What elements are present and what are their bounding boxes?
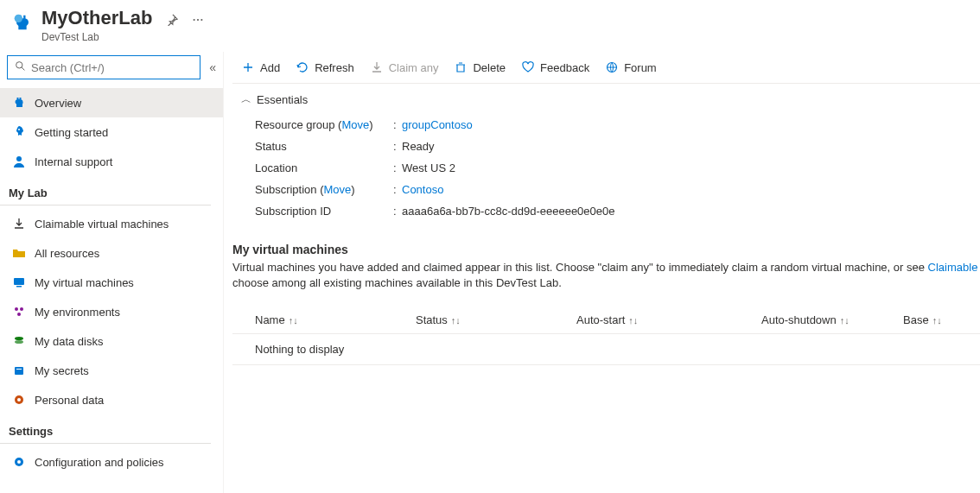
search-input[interactable] bbox=[31, 61, 193, 74]
move-link[interactable]: Move bbox=[341, 118, 369, 131]
svg-point-6 bbox=[18, 129, 20, 130]
svg-point-7 bbox=[16, 156, 22, 161]
search-box[interactable] bbox=[7, 55, 200, 79]
sort-icon: ↑↓ bbox=[451, 315, 461, 326]
folder-icon bbox=[12, 246, 26, 260]
move-link[interactable]: Move bbox=[324, 183, 352, 196]
column-status[interactable]: Status↑↓ bbox=[416, 313, 576, 326]
plus-icon bbox=[241, 60, 255, 74]
claimable-link[interactable]: Claimable bbox=[928, 261, 978, 274]
svg-point-12 bbox=[17, 313, 21, 316]
sidebar-section-mylab: My Lab bbox=[0, 176, 211, 205]
sidebar-item-internal-support[interactable]: Internal support bbox=[0, 147, 223, 176]
essentials-label: Essentials bbox=[257, 93, 308, 106]
svg-point-1 bbox=[193, 19, 194, 21]
column-autoshutdown[interactable]: Auto-shutdown↑↓ bbox=[761, 313, 903, 326]
toolbar-label: Refresh bbox=[315, 61, 354, 74]
sidebar-item-label: Configuration and policies bbox=[35, 456, 164, 469]
ess-subid-key: Subscription ID bbox=[255, 205, 393, 218]
ess-subscription-value[interactable]: Contoso bbox=[402, 183, 443, 196]
toolbar-label: Forum bbox=[624, 61, 657, 74]
sidebar-item-my-data-disks[interactable]: My data disks bbox=[0, 326, 223, 356]
ess-status-key: Status bbox=[255, 140, 393, 153]
sidebar-section-settings: Settings bbox=[0, 414, 211, 444]
sort-icon: ↑↓ bbox=[628, 315, 638, 326]
svg-point-4 bbox=[16, 62, 22, 68]
svg-point-13 bbox=[15, 337, 23, 340]
disks-icon bbox=[12, 334, 26, 348]
rocket-icon bbox=[12, 125, 26, 139]
chevron-up-icon: ︿ bbox=[241, 92, 251, 107]
sidebar-item-my-environments[interactable]: My environments bbox=[0, 297, 223, 326]
main-content: Add Refresh Claim any Delete Feedback Fo… bbox=[223, 52, 980, 493]
svg-point-3 bbox=[200, 19, 202, 21]
toolbar-label: Claim any bbox=[389, 61, 439, 74]
column-base[interactable]: Base↑↓ bbox=[903, 313, 980, 326]
secrets-icon bbox=[12, 363, 26, 377]
my-vms-section: My virtual machines Virtual machines you… bbox=[232, 234, 980, 365]
vm-icon bbox=[12, 275, 26, 289]
refresh-button[interactable]: Refresh bbox=[296, 60, 354, 74]
svg-point-11 bbox=[20, 307, 23, 311]
svg-point-20 bbox=[17, 460, 21, 464]
sidebar-item-my-vms[interactable]: My virtual machines bbox=[0, 268, 223, 297]
sidebar-item-label: Claimable virtual machines bbox=[35, 218, 169, 231]
gear-orange-icon bbox=[12, 393, 26, 407]
sidebar-item-label: All resources bbox=[35, 247, 99, 260]
svg-rect-8 bbox=[14, 278, 24, 285]
sidebar-item-getting-started[interactable]: Getting started bbox=[0, 117, 223, 147]
toolbar-label: Feedback bbox=[540, 61, 589, 74]
essentials-toggle[interactable]: ︿ Essentials bbox=[232, 84, 980, 114]
pin-icon[interactable] bbox=[166, 14, 178, 28]
svg-point-18 bbox=[17, 398, 21, 401]
gear-blue-icon bbox=[12, 455, 26, 469]
add-button[interactable]: Add bbox=[241, 60, 280, 74]
ess-resource-group-key: Resource group (Move) bbox=[255, 118, 393, 131]
heart-icon bbox=[521, 60, 535, 74]
page-subtitle: DevTest Lab bbox=[41, 31, 204, 43]
more-icon[interactable] bbox=[192, 14, 204, 28]
feedback-button[interactable]: Feedback bbox=[521, 60, 589, 74]
sidebar-item-claimable-vms[interactable]: Claimable virtual machines bbox=[0, 209, 223, 238]
delete-button[interactable]: Delete bbox=[454, 60, 506, 74]
my-vms-title: My virtual machines bbox=[232, 243, 980, 256]
svg-rect-16 bbox=[16, 369, 22, 370]
sidebar-item-my-secrets[interactable]: My secrets bbox=[0, 356, 223, 385]
column-autostart[interactable]: Auto-start↑↓ bbox=[576, 313, 761, 326]
sidebar-item-all-resources[interactable]: All resources bbox=[0, 238, 223, 268]
sidebar-item-label: Personal data bbox=[35, 394, 104, 407]
ess-subscription-key: Subscription (Move) bbox=[255, 183, 393, 196]
sidebar-item-label: My environments bbox=[35, 306, 120, 319]
ess-status-value: Ready bbox=[402, 140, 435, 153]
claim-any-button: Claim any bbox=[370, 60, 439, 74]
page-header: MyOtherLab DevTest Lab bbox=[0, 0, 980, 52]
svg-point-0 bbox=[15, 15, 22, 22]
ess-resource-group-value[interactable]: groupContoso bbox=[402, 118, 473, 131]
sidebar-item-label: Getting started bbox=[35, 126, 108, 139]
ess-location-key: Location bbox=[255, 161, 393, 174]
table-empty-message: Nothing to display bbox=[232, 334, 980, 365]
sort-icon: ↑↓ bbox=[840, 315, 850, 326]
person-icon bbox=[12, 155, 26, 168]
vms-table: Name↑↓ Status↑↓ Auto-start↑↓ Auto-shutdo… bbox=[232, 307, 980, 365]
my-vms-description: Virtual machines you have added and clai… bbox=[232, 260, 980, 291]
lab-small-icon bbox=[12, 96, 26, 110]
sidebar-item-overview[interactable]: Overview bbox=[0, 88, 223, 117]
search-icon bbox=[15, 60, 26, 74]
collapse-sidebar-icon[interactable]: « bbox=[209, 60, 216, 74]
download-icon bbox=[370, 60, 384, 74]
toolbar-label: Add bbox=[260, 61, 280, 74]
sort-icon: ↑↓ bbox=[289, 315, 298, 326]
svg-point-2 bbox=[197, 19, 199, 21]
toolbar: Add Refresh Claim any Delete Feedback Fo… bbox=[232, 57, 980, 84]
sidebar-item-label: Overview bbox=[35, 97, 81, 110]
ess-subid-value: aaaa6a6a-bb7b-cc8c-dd9d-eeeeee0e0e0e bbox=[402, 205, 615, 218]
sidebar-item-config-policies[interactable]: Configuration and policies bbox=[0, 447, 223, 477]
refresh-icon bbox=[296, 60, 309, 74]
forum-button[interactable]: Forum bbox=[605, 60, 657, 74]
sidebar-item-label: My virtual machines bbox=[35, 276, 134, 289]
environments-icon bbox=[12, 305, 26, 319]
ess-location-value: West US 2 bbox=[402, 161, 455, 174]
column-name[interactable]: Name↑↓ bbox=[255, 313, 416, 326]
sidebar-item-personal-data[interactable]: Personal data bbox=[0, 385, 223, 414]
